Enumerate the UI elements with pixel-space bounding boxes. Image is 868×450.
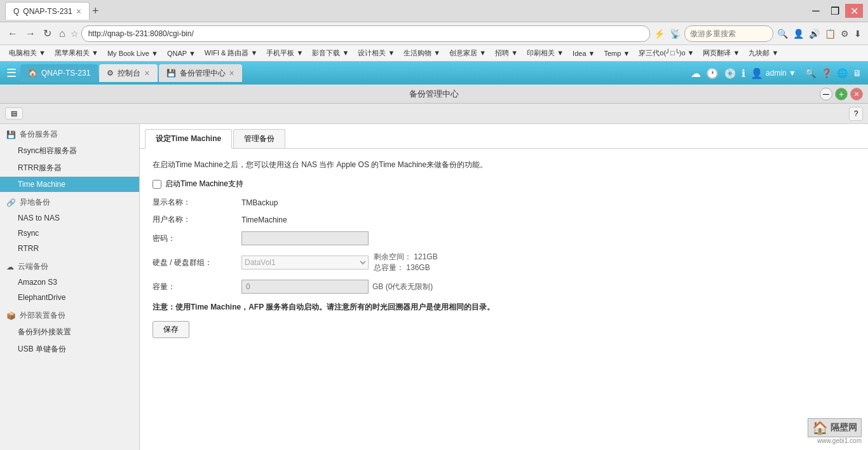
bookmark-mybooklive[interactable]: My Book Live ▼	[104, 48, 162, 58]
enable-time-machine-checkbox[interactable]	[153, 180, 161, 189]
disk-select[interactable]: DataVol1	[241, 256, 369, 269]
help-toolbar-button[interactable]: ?	[849, 107, 863, 121]
sidebar-item-rsync[interactable]: Rsync	[0, 226, 139, 241]
bookmark-temp[interactable]: Temp ▼	[600, 48, 634, 58]
app-tab-controlpanel[interactable]: ⚙ 控制台 ×	[99, 64, 157, 82]
content-tabs: 设定Time Machine 管理备份	[140, 124, 868, 149]
note-text: 注意：使用Time Machine，AFP 服务将自动启动。请注意所有的时光回溯…	[153, 301, 855, 313]
bookmark-wifi[interactable]: WIFI & 路由器 ▼	[201, 47, 262, 59]
window-maximize-icon[interactable]: +	[835, 88, 848, 100]
tab-close-icon[interactable]: ×	[76, 6, 81, 17]
globe-icon[interactable]: 🌐	[836, 67, 849, 79]
password-input[interactable]	[241, 231, 369, 245]
maximize-button[interactable]: ❐	[826, 4, 844, 18]
sidebar: 💾 备份服务器 Rsync相容服务器 RTRR服务器 Time Machine …	[0, 124, 140, 450]
rss-icon[interactable]: 📡	[668, 27, 682, 40]
section3-label: 云端备份	[18, 261, 48, 272]
sidebar-item-backup-external[interactable]: 备份到外接装置	[0, 324, 139, 341]
menu-toolbar-button[interactable]: ▤	[5, 107, 23, 119]
tab-set-time-machine[interactable]: 设定Time Machine	[145, 129, 232, 149]
toolbar: ▤ ?	[0, 104, 868, 124]
bookmark-diannaoxiangguan[interactable]: 电脑相关 ▼	[5, 47, 50, 59]
home-icon: 🏠	[28, 69, 37, 78]
app-title: 备份管理中心	[409, 88, 459, 100]
sidebar-item-time-machine[interactable]: Time Machine	[0, 177, 139, 192]
sidebar-item-rtrr-server[interactable]: RTRR服务器	[0, 160, 139, 177]
monitor-icon[interactable]: 🖥	[851, 67, 863, 79]
sidebar-item-usb-backup[interactable]: USB 单键备份	[0, 341, 139, 358]
user-icon[interactable]: 👤	[792, 27, 805, 40]
download-icon[interactable]: ⬇	[853, 27, 863, 40]
clock-icon[interactable]: 🕐	[706, 67, 719, 79]
home-tab-label: QNAP-TS-231	[41, 69, 90, 78]
cloud-icon[interactable]: ☁	[691, 67, 701, 79]
bookmark-shopping[interactable]: 生活购物 ▼	[400, 47, 444, 59]
download-manager-icon[interactable]: 📋	[824, 27, 837, 40]
bookmark-print[interactable]: 印刷相关 ▼	[523, 47, 567, 59]
hdd-icon[interactable]: 💿	[724, 67, 736, 79]
volume-icon[interactable]: 🔊	[808, 27, 821, 40]
lightning-icon[interactable]: ⚡	[653, 27, 666, 40]
bookmark-creative[interactable]: 创意家居 ▼	[445, 47, 490, 59]
window-minimize-icon[interactable]: ─	[820, 88, 832, 100]
save-button[interactable]: 保存	[153, 321, 189, 338]
enable-checkbox-label: 启动Time Machine支持	[165, 179, 243, 189]
bookmark-idea[interactable]: Idea ▼	[569, 48, 599, 58]
hamburger-menu-button[interactable]: ☰	[5, 65, 18, 81]
free-space-text: 剩余空间： 121GB	[374, 252, 438, 262]
minimize-button[interactable]: ─	[807, 4, 825, 18]
app-tab-backup[interactable]: 💾 备份管理中心 ×	[159, 64, 242, 82]
bookmark-gen3[interactable]: 穿三代o(╯□╰)o ▼	[635, 47, 698, 59]
forward-button[interactable]: →	[23, 27, 38, 41]
bookmark-translate[interactable]: 网页翻译 ▼	[699, 47, 743, 59]
tab1-label: 控制台	[118, 68, 140, 79]
sidebar-item-rtrr[interactable]: RTRR	[0, 241, 139, 256]
tab1-close-icon[interactable]: ×	[144, 68, 149, 78]
user-icon[interactable]: 👤	[750, 67, 763, 79]
browser-tab[interactable]: Q QNAP-TS-231 ×	[5, 2, 90, 20]
bookmark-qnap[interactable]: QNAP ▼	[163, 48, 200, 58]
tab-manage-backup[interactable]: 管理备份	[233, 129, 285, 148]
sidebar-item-nas-to-nas[interactable]: NAS to NAS	[0, 210, 139, 226]
disk-label: 硬盘 / 硬盘群组：	[153, 257, 241, 268]
bookmark-mobile[interactable]: 手机平板 ▼	[262, 47, 307, 59]
refresh-button[interactable]: ↻	[41, 26, 54, 41]
bookmark-heipigguo[interactable]: 黑苹果相关 ▼	[51, 47, 102, 59]
logo-area: 🏠 隔壁网 www.gebi1.com	[808, 418, 862, 444]
bookmark-jiukuaiyou[interactable]: 九块邮 ▼	[745, 47, 782, 59]
display-name-value: TMBackup	[241, 198, 278, 207]
search-input[interactable]	[684, 25, 773, 42]
capacity-label: 容量：	[153, 282, 241, 292]
display-name-row: 显示名称： TMBackup	[153, 197, 855, 208]
window-close-icon[interactable]: ×	[850, 88, 863, 100]
tab2-close-icon[interactable]: ×	[229, 68, 234, 78]
backup-server-icon: 💾	[6, 130, 16, 139]
info-icon[interactable]: ℹ	[742, 67, 745, 79]
admin-label[interactable]: admin ▼	[766, 69, 796, 78]
home-button[interactable]: ⌂	[57, 27, 68, 41]
bookmark-video[interactable]: 影音下载 ▼	[308, 47, 353, 59]
section2-label: 异地备份	[20, 197, 50, 208]
close-button[interactable]: ✕	[845, 4, 863, 18]
address-bar[interactable]: http://qnap-ts-231:8080/cgi-bin/	[81, 25, 650, 42]
sidebar-item-amazon-s3[interactable]: Amazon S3	[0, 275, 139, 290]
new-tab-button[interactable]: +	[92, 4, 99, 18]
section4-label: 外部装置备份	[20, 310, 65, 321]
sidebar-section-remote-backup: 🔗 异地备份	[0, 192, 139, 210]
address-text: http://qnap-ts-231:8080/cgi-bin/	[88, 29, 194, 38]
sidebar-item-elephant-drive[interactable]: ElephantDrive	[0, 290, 139, 305]
app-tab-home[interactable]: 🏠 QNAP-TS-231	[20, 64, 98, 82]
bookmark-design[interactable]: 设计相关 ▼	[354, 47, 398, 59]
settings-icon[interactable]: ⚙	[839, 27, 850, 40]
search-header-icon[interactable]: 🔍	[804, 67, 817, 79]
search-icon[interactable]: 🔍	[776, 27, 789, 40]
capacity-input[interactable]	[241, 280, 369, 294]
disk-info: 剩余空间： 121GB 总容量： 136GB	[374, 252, 438, 273]
back-button[interactable]: ←	[5, 27, 20, 41]
sidebar-item-rsync-server[interactable]: Rsync相容服务器	[0, 142, 139, 160]
star-icon: ☆	[71, 29, 79, 39]
password-label: 密码：	[153, 233, 241, 244]
help-header-icon[interactable]: ❓	[820, 67, 833, 79]
bookmark-recruit[interactable]: 招聘 ▼	[491, 47, 522, 59]
title-bar: 备份管理中心 ─ + ×	[0, 85, 868, 104]
